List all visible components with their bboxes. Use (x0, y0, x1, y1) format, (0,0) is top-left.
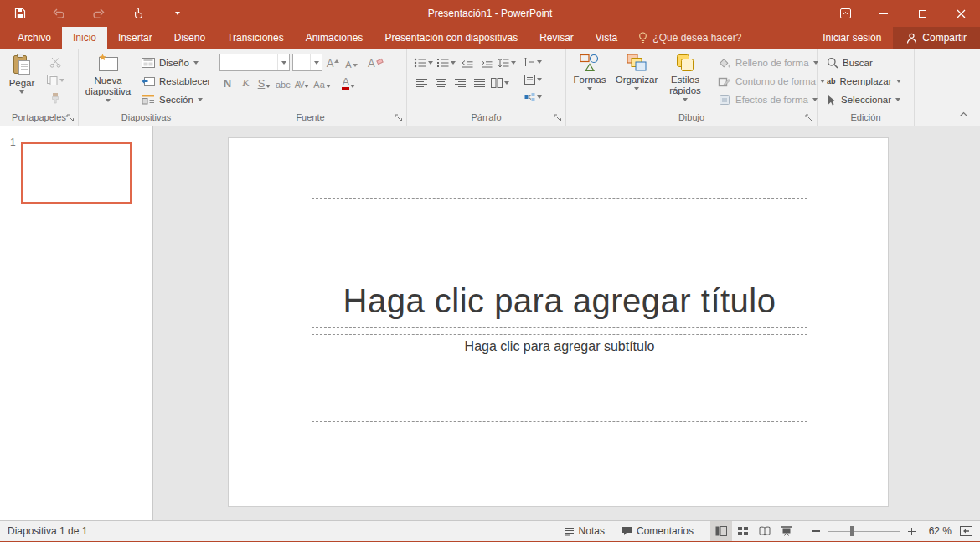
align-text-button[interactable] (524, 72, 542, 87)
convert-to-smartart-button[interactable] (524, 90, 542, 105)
decrease-indent-icon[interactable] (459, 55, 475, 70)
arrange-button[interactable]: Organizar (611, 50, 662, 111)
quick-styles-button[interactable]: Estilos rápidos (662, 50, 709, 111)
bullets-button[interactable] (414, 55, 433, 70)
comments-button[interactable]: Comentarios (613, 521, 702, 541)
justify-icon[interactable] (472, 75, 487, 90)
shape-outline-button[interactable]: Contorno de forma (715, 73, 828, 90)
quick-access-toolbar (0, 0, 197, 27)
copy-icon[interactable] (44, 73, 67, 87)
paste-button[interactable]: Pegar (2, 50, 42, 111)
reset-button[interactable]: Restablecer (139, 73, 213, 90)
font-size-caret-icon[interactable] (310, 54, 322, 70)
strikethrough-button[interactable]: abc (275, 75, 291, 91)
minimize-icon[interactable] (864, 0, 903, 27)
maximize-icon[interactable] (903, 0, 941, 27)
zoom-slider[interactable] (828, 525, 900, 537)
align-right-icon[interactable] (452, 75, 468, 90)
dropdown-caret-icon (537, 60, 542, 64)
slideshow-view-icon[interactable] (776, 521, 797, 541)
layout-button[interactable]: Diseño (139, 54, 213, 71)
shape-effects-button[interactable]: Efectos de forma (715, 91, 828, 108)
group-parrafo: Párrafo (407, 49, 566, 126)
dropdown-caret-icon (587, 87, 592, 90)
tab-presentacion-con-diapositivas[interactable]: Presentación con diapositivas (374, 27, 529, 49)
replace-button[interactable]: ab Reemplazar (824, 73, 904, 90)
zoom-slider-thumb[interactable] (850, 526, 854, 536)
dropdown-caret-icon (537, 95, 542, 99)
paragraph-dialog-launcher-icon[interactable] (553, 113, 563, 123)
clipboard-dialog-launcher-icon[interactable] (65, 113, 75, 123)
notes-button[interactable]: Notas (555, 521, 613, 541)
normal-view-icon[interactable] (710, 521, 732, 541)
fit-slide-to-window-icon[interactable] (955, 521, 977, 541)
slide[interactable]: Haga clic para agregar título Haga clic … (228, 137, 889, 507)
dropdown-caret-icon (175, 12, 180, 15)
reading-view-icon[interactable] (754, 521, 776, 541)
font-size-combobox[interactable] (292, 54, 322, 71)
tab-inicio[interactable]: Inicio (62, 27, 107, 49)
bold-button[interactable]: N (219, 75, 235, 91)
align-center-icon[interactable] (433, 75, 449, 90)
redo-icon[interactable] (79, 0, 118, 27)
line-spacing-button[interactable] (498, 55, 516, 70)
drawing-dialog-launcher-icon[interactable] (804, 113, 814, 123)
format-painter-icon[interactable] (44, 90, 67, 105)
undo-icon[interactable] (39, 0, 79, 27)
comments-label: Comentarios (637, 525, 694, 537)
section-button[interactable]: Sección (139, 91, 213, 108)
touch-mouse-mode-icon[interactable] (118, 0, 157, 27)
italic-button[interactable]: K (238, 75, 254, 91)
down-arrow-icon (353, 64, 358, 67)
font-color-button[interactable]: A (341, 75, 357, 91)
sign-in-label: Iniciar sesión (823, 32, 881, 44)
tab-diseno[interactable]: Diseño (163, 27, 216, 49)
group-label-diapositivas: Diapositivas (79, 111, 214, 126)
align-left-icon[interactable] (414, 75, 430, 90)
tab-vista[interactable]: Vista (585, 27, 628, 49)
shrink-font-button[interactable]: A (343, 54, 359, 71)
shape-fill-button[interactable]: Relleno de forma (715, 54, 828, 71)
tab-transiciones[interactable]: Transiciones (216, 27, 295, 49)
close-icon[interactable] (941, 0, 980, 27)
sign-in-button[interactable]: Iniciar sesión (811, 27, 893, 49)
slide-indicator: Diapositiva 1 de 1 (0, 525, 87, 537)
underline-button[interactable]: S (256, 75, 272, 91)
cut-icon[interactable] (44, 55, 67, 70)
numbering-button[interactable] (436, 55, 456, 70)
increase-indent-icon[interactable] (478, 55, 494, 70)
font-dialog-launcher-icon[interactable] (394, 113, 404, 123)
grow-font-button[interactable]: A (325, 54, 341, 71)
ribbon-display-options-icon[interactable] (826, 0, 864, 27)
new-slide-button[interactable]: Nueva diapositiva (80, 50, 136, 111)
tab-revisar[interactable]: Revisar (529, 27, 585, 49)
notes-icon (564, 527, 575, 536)
font-name-caret-icon[interactable] (277, 54, 289, 70)
tell-me-box[interactable]: ¿Qué desea hacer? (628, 27, 751, 49)
font-name-combobox[interactable] (219, 54, 290, 71)
tab-animaciones[interactable]: Animaciones (295, 27, 374, 49)
find-button[interactable]: Buscar (824, 54, 904, 71)
save-icon[interactable] (0, 0, 39, 27)
zoom-out-icon[interactable] (807, 521, 824, 541)
shapes-button[interactable]: Formas (568, 50, 611, 111)
tab-archivo[interactable]: Archivo (7, 27, 62, 49)
slide-canvas[interactable]: Haga clic para agregar título Haga clic … (153, 126, 980, 521)
slide-thumbnail[interactable] (21, 142, 132, 204)
share-button[interactable]: Compartir (893, 27, 980, 49)
zoom-in-icon[interactable] (903, 521, 920, 541)
title-placeholder[interactable]: Haga clic para agregar título (312, 198, 807, 328)
clear-formatting-button[interactable]: A (367, 54, 384, 71)
character-spacing-button[interactable]: AV (294, 75, 311, 91)
subtitle-placeholder[interactable]: Haga clic para agregar subtítulo (312, 334, 807, 422)
tab-insertar[interactable]: Insertar (107, 27, 163, 49)
columns-button[interactable] (491, 75, 509, 90)
change-case-button[interactable]: Aa (312, 75, 331, 91)
select-button[interactable]: Seleccionar (824, 91, 904, 108)
collapse-ribbon-icon[interactable] (959, 106, 968, 121)
text-direction-button[interactable] (524, 54, 542, 70)
slide-sorter-view-icon[interactable] (732, 521, 754, 541)
zoom-level[interactable]: 62 % (920, 525, 955, 537)
quick-styles-icon (676, 54, 694, 72)
customize-quick-access-caret-icon[interactable] (157, 0, 197, 27)
